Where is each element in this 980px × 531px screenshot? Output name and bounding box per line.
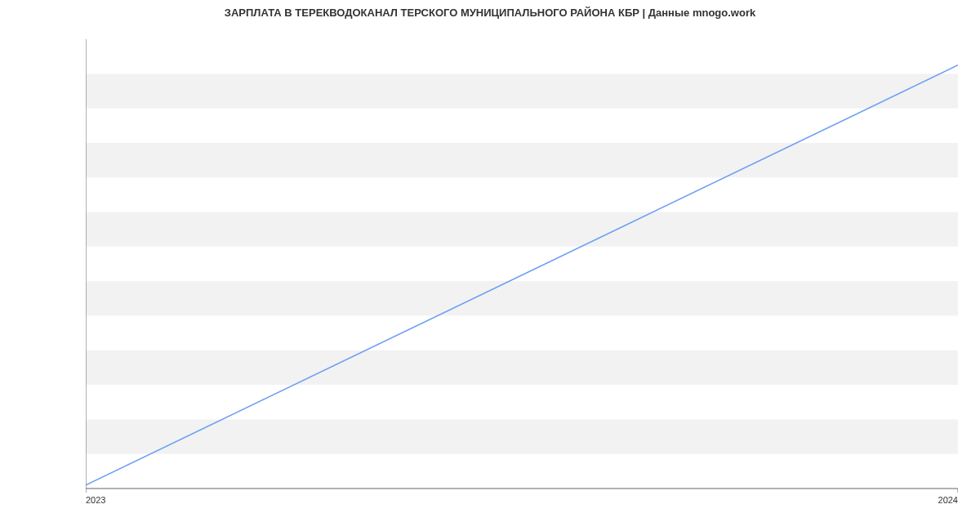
grid-band <box>86 281 958 315</box>
x-tick-label: 2023 <box>86 495 105 505</box>
chart-title: ЗАРПЛАТА В ТЕРЕКВОДОКАНАЛ ТЕРСКОГО МУНИЦ… <box>0 7 980 19</box>
grid-band <box>86 350 958 385</box>
grid-band <box>86 143 958 177</box>
x-tick-label: 2024 <box>938 495 958 505</box>
grid-band <box>86 419 958 453</box>
grid-band <box>86 74 958 108</box>
grid-band <box>86 212 958 247</box>
chart-plot-area: 1920019400196001980020000202002040020600… <box>86 39 958 489</box>
